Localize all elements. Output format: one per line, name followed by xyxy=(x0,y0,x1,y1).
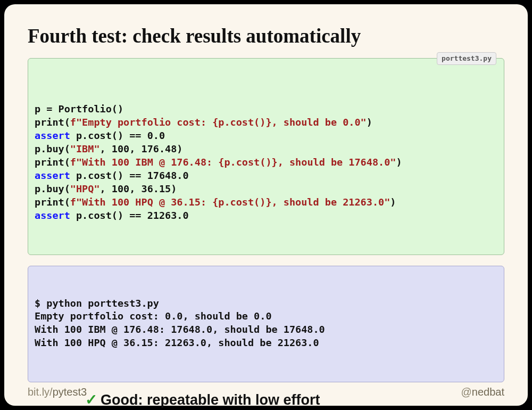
footer: bit.ly/pytest3 @nedbat xyxy=(28,386,504,398)
output-content: $ python porttest3.pyEmpty portfolio cos… xyxy=(35,297,497,350)
code-line: assert p.cost() == 21263.0 xyxy=(35,209,497,223)
footer-left: bit.ly/pytest3 xyxy=(28,386,87,398)
code-line: p.buy("HPQ", 100, 36.15) xyxy=(35,183,497,196)
output-line: $ python porttest3.py xyxy=(35,297,497,310)
code-line: assert p.cost() == 17648.0 xyxy=(35,169,497,183)
code-line: print(f"With 100 HPQ @ 36.15: {p.cost()}… xyxy=(35,196,497,209)
code-line: assert p.cost() == 0.0 xyxy=(35,129,497,143)
slide-title: Fourth test: check results automatically xyxy=(28,24,504,47)
footer-right-strong: nedbat xyxy=(472,386,504,398)
footer-left-strong: pytest3 xyxy=(53,386,87,398)
code-line: p.buy("IBM", 100, 176.48) xyxy=(35,143,497,156)
code-line: p = Portfolio() xyxy=(35,103,497,116)
footer-left-prefix: bit.ly/ xyxy=(28,386,53,398)
footer-right-prefix: @ xyxy=(461,386,472,398)
code-content: p = Portfolio()print(f"Empty portfolio c… xyxy=(35,103,497,223)
code-filename-tag: porttest3.py xyxy=(437,52,496,65)
output-line: With 100 IBM @ 176.48: 17648.0, should b… xyxy=(35,323,497,337)
code-block: porttest3.py p = Portfolio()print(f"Empt… xyxy=(28,58,504,255)
slide: Fourth test: check results automatically… xyxy=(4,4,528,406)
code-line: print(f"With 100 IBM @ 176.48: {p.cost()… xyxy=(35,156,497,169)
output-line: Empty portfolio cost: 0.0, should be 0.0 xyxy=(35,310,497,323)
output-block: $ python porttest3.pyEmpty portfolio cos… xyxy=(28,266,504,383)
output-line: With 100 HPQ @ 36.15: 21263.0, should be… xyxy=(35,337,497,350)
footer-right: @nedbat xyxy=(461,386,504,398)
code-line: print(f"Empty portfolio cost: {p.cost()}… xyxy=(35,116,497,129)
